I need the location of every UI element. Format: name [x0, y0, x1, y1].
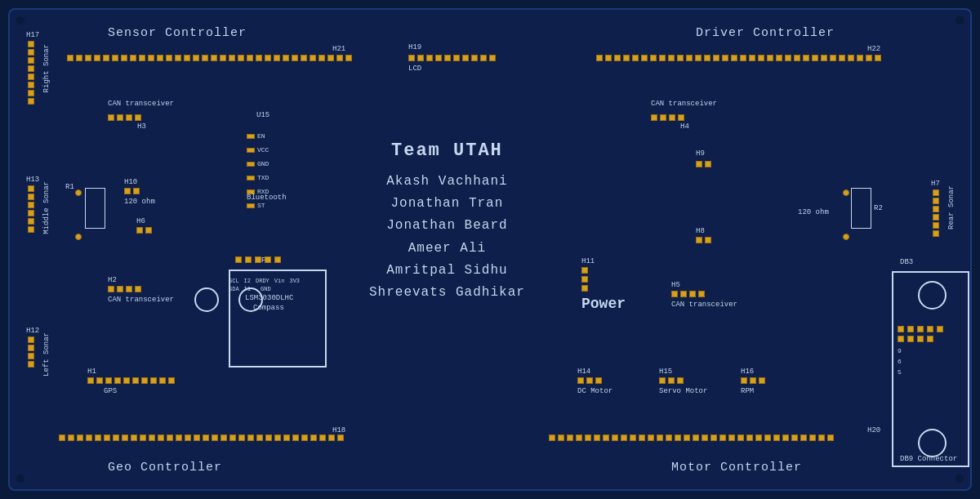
h9-label: H9: [696, 149, 705, 158]
team-member-2: Jonathan Tran: [369, 193, 525, 215]
sensor-controller-label: Sensor Controller: [108, 26, 247, 40]
h17-label: H17: [26, 31, 39, 39]
team-member-5: Amritpal Sidhu: [369, 260, 525, 282]
db3-label: DB3: [900, 258, 913, 266]
r1-via-top: [75, 189, 82, 196]
rear-sonar-label: Rear Sonar: [947, 185, 956, 229]
r2-resistor: [851, 188, 871, 229]
h11-label: H11: [581, 257, 595, 265]
r1-via-bottom: [75, 234, 82, 240]
r2-via-top: [843, 189, 849, 196]
h13-label: H13: [26, 176, 39, 184]
can-transceiver-3-label: CAN transceiver: [108, 296, 174, 304]
h15-label: H15: [659, 368, 672, 376]
corner-dot-bl: [16, 474, 24, 483]
h7-label: H7: [931, 180, 940, 188]
h11-area: H11: [581, 267, 588, 292]
h14-label: H14: [577, 368, 590, 376]
h20-label: H20: [867, 426, 880, 434]
h13-connector: H13: [28, 185, 34, 233]
h22-label: H22: [867, 45, 880, 53]
h12-connector: H12: [28, 336, 34, 368]
team-member-3: Jonathan Beard: [369, 215, 525, 237]
driver-controller-label: Driver Controller: [696, 26, 835, 40]
r2-via-bottom: [843, 234, 849, 240]
dc-motor-label: DC Motor: [577, 387, 612, 395]
h6-label: H6: [136, 217, 145, 225]
corner-dot-tr: [956, 16, 964, 25]
h2-label: H2: [108, 276, 117, 284]
left-sonar-label: Left Sonar: [42, 332, 51, 376]
h1-label: H1: [87, 368, 96, 376]
compass-label: Compass: [253, 304, 284, 312]
servo-motor-label: Servo Motor: [659, 387, 707, 395]
rpm-label: RPM: [741, 387, 754, 395]
h8-label: H8: [696, 227, 705, 235]
team-member-1: Akash Vachhani: [369, 171, 525, 193]
pcb-board: Sensor Controller Driver Controller Geo …: [8, 8, 972, 491]
can-transceiver-1-label: CAN transceiver: [108, 100, 174, 108]
lsm-label: LSM3030DLHC: [245, 294, 293, 302]
team-member-4: Ameer Ali: [369, 238, 525, 260]
h19-label: H19: [408, 43, 421, 51]
power-label: Power: [581, 296, 626, 312]
h3-label: H3: [137, 123, 146, 131]
gps-label: GPS: [104, 387, 117, 395]
lcd-label: LCD: [408, 65, 421, 73]
h18-label: H18: [332, 426, 345, 434]
u15-label: U15: [256, 111, 270, 119]
team-member-6: Shreevats Gadhikar: [369, 282, 525, 304]
r1-label: R1: [65, 183, 74, 191]
h16-label: H16: [741, 368, 754, 376]
h10-label: H10: [124, 178, 137, 186]
can-transceiver-2-label: CAN transceiver: [651, 100, 717, 108]
r2-label: R2: [874, 204, 883, 212]
h7-connector: H7: [933, 189, 939, 237]
h21-label: H21: [332, 45, 345, 53]
bluetooth-label: Bluetooth: [247, 194, 287, 202]
middle-sonar-label: Middle Sonar: [42, 181, 51, 234]
can-transceiver-4-label: CAN transceiver: [671, 301, 737, 309]
motor-controller-label: Motor Controller: [671, 461, 802, 474]
h5-label: H5: [671, 281, 680, 289]
corner-dot-tl: [16, 16, 24, 25]
db9-connector-label: DB9 Connector: [900, 455, 957, 463]
team-info: Team UTAH Akash Vachhani Jonathan Tran J…: [369, 140, 525, 304]
r1-resistor: [85, 188, 105, 229]
ohm-120-2-label: 120 ohm: [798, 208, 829, 216]
h4-label: H4: [680, 123, 689, 131]
team-title: Team UTAH: [369, 140, 525, 161]
ohm-120-1-label: 120 ohm: [124, 198, 155, 206]
h12-label: H12: [26, 327, 39, 335]
corner-dot-br: [956, 474, 964, 483]
right-sonar-label: Right Sonar: [42, 44, 51, 92]
h17-connector: H17: [28, 41, 34, 105]
geo-controller-label: Geo Controller: [108, 461, 222, 474]
